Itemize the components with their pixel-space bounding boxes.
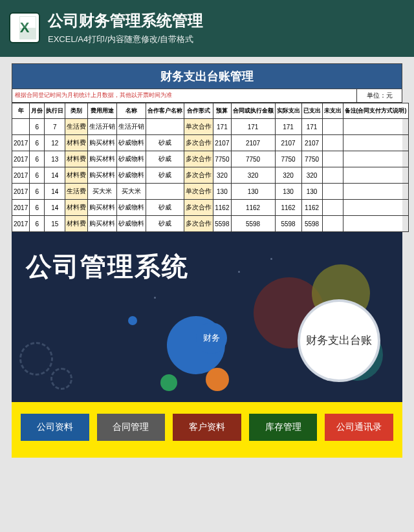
table-cell: 材料费 — [65, 151, 88, 167]
table-cell: 171 — [231, 119, 275, 135]
table-cell: 14 — [45, 167, 65, 184]
table-cell: 14 — [45, 184, 65, 200]
table-cell: 材料费 — [65, 200, 88, 216]
table-cell: 多次合作 — [184, 200, 213, 216]
decorative-dot — [128, 316, 137, 325]
table-cell — [146, 184, 184, 200]
column-header: 年 — [12, 103, 30, 119]
table-cell: 14 — [45, 200, 65, 216]
table-cell: 生活开销 — [88, 119, 117, 135]
table-cell: 5598 — [213, 216, 231, 232]
table-cell — [322, 167, 343, 184]
table-cell: 材料费 — [65, 135, 88, 151]
table-cell: 多次合作 — [184, 216, 213, 232]
table-cell: 砂威物料 — [117, 216, 146, 232]
dashboard-preview: 公司管理系统 财务 财务支出台账 公司资料合同管理客户资料库存管理公司通讯录 — [12, 232, 402, 458]
table-cell — [322, 135, 343, 151]
decorative-dot — [270, 258, 272, 260]
table-cell: 7750 — [213, 151, 231, 167]
table-cell: 单次合作 — [184, 119, 213, 135]
table-cell: 砂威 — [146, 216, 184, 232]
table-cell: 2017 — [12, 151, 30, 167]
table-cell: 171 — [301, 119, 322, 135]
table-cell: 2017 — [12, 167, 30, 184]
table-cell: 7 — [45, 119, 65, 135]
column-header: 月份 — [30, 103, 45, 119]
column-header: 类别 — [65, 103, 88, 119]
table-cell: 材料费 — [65, 216, 88, 232]
table-cell: 1162 — [301, 200, 322, 216]
page-subtitle: EXCEL/A4打印/内容随意修改/自带格式 — [48, 34, 203, 45]
table-cell: 320 — [301, 167, 322, 184]
table-cell: 130 — [231, 184, 275, 200]
table-cell: 2107 — [213, 135, 231, 151]
table-cell: 购买材料 — [88, 167, 117, 184]
gear-icon — [19, 342, 53, 376]
table-cell: 7750 — [231, 151, 275, 167]
nav-button[interactable]: 库存管理 — [249, 414, 318, 441]
table-cell: 购买材料 — [88, 151, 117, 167]
table-cell: 生活开销 — [117, 119, 146, 135]
table-cell: 多次合作 — [184, 167, 213, 184]
decorative-dot — [238, 271, 240, 273]
table-cell: 买大米 — [117, 184, 146, 200]
spreadsheet-preview: 财务支出台账管理 根据合同登记时间为月初统计上月数据，其他以开票时间为准 单位：… — [12, 63, 402, 232]
table-cell — [343, 135, 408, 151]
column-header: 实际支出 — [275, 103, 301, 119]
table-cell: 材料费 — [65, 167, 88, 184]
table-cell: 6 — [30, 216, 45, 232]
table-row: 2017615材料费购买材料砂威物料砂威多次合作5598559855985598 — [12, 216, 409, 232]
table-row: 2017614生活费买大米买大米单次合作130130130130 — [12, 184, 409, 200]
table-cell: 砂威物料 — [117, 151, 146, 167]
column-header: 名称 — [117, 103, 146, 119]
dashboard-title: 公司管理系统 — [26, 249, 189, 284]
table-cell — [322, 184, 343, 200]
table-cell: 2107 — [301, 135, 322, 151]
table-cell: 2017 — [12, 184, 30, 200]
table-cell: 砂威 — [146, 200, 184, 216]
gear-icon — [50, 368, 72, 390]
table-cell: 购买材料 — [88, 200, 117, 216]
table-cell: 7750 — [275, 151, 301, 167]
sheet-title: 财务支出台账管理 — [12, 63, 402, 89]
finance-disc[interactable]: 财务支出台账 — [300, 302, 378, 379]
table-cell — [12, 119, 30, 135]
table-cell: 购买材料 — [88, 135, 117, 151]
table-cell: 2017 — [12, 216, 30, 232]
finance-tag: 财务 — [196, 323, 227, 354]
table-cell: 320 — [213, 167, 231, 184]
table-cell — [343, 184, 408, 200]
table-cell: 171 — [213, 119, 231, 135]
table-cell — [322, 151, 343, 167]
table-cell: 2107 — [231, 135, 275, 151]
table-cell — [343, 119, 408, 135]
excel-icon: X — [9, 12, 40, 43]
nav-button[interactable]: 公司资料 — [21, 414, 89, 441]
nav-button[interactable]: 客户资料 — [173, 414, 241, 441]
table-row: 67生活费生活开销生活开销单次合作171171171171 — [12, 119, 409, 135]
table-cell — [322, 200, 343, 216]
table-cell: 13 — [45, 151, 65, 167]
column-header: 未支出 — [322, 103, 343, 119]
table-cell: 5598 — [231, 216, 275, 232]
table-cell: 2107 — [275, 135, 301, 151]
table-cell: 6 — [30, 184, 45, 200]
table-cell: 6 — [30, 135, 45, 151]
table-cell — [322, 216, 343, 232]
table-cell: 130 — [275, 184, 301, 200]
nav-button[interactable]: 合同管理 — [97, 414, 166, 441]
column-header: 费用用途 — [88, 103, 117, 119]
table-cell: 6 — [30, 151, 45, 167]
table-cell: 多次合作 — [184, 151, 213, 167]
table-cell: 1162 — [213, 200, 231, 216]
nav-button[interactable]: 公司通讯录 — [325, 414, 393, 441]
table-cell: 130 — [301, 184, 322, 200]
table-cell: 1162 — [275, 200, 301, 216]
column-header: 合同或执行金额 — [231, 103, 275, 119]
table-cell — [322, 119, 343, 135]
table-cell: 12 — [45, 135, 65, 151]
column-header: 执行日 — [45, 103, 65, 119]
column-header: 合作形式 — [184, 103, 213, 119]
page-header: X 公司财务管理系统管理 EXCEL/A4打印/内容随意修改/自带格式 — [0, 0, 414, 57]
sheet-unit: 单位：元 — [356, 89, 402, 102]
